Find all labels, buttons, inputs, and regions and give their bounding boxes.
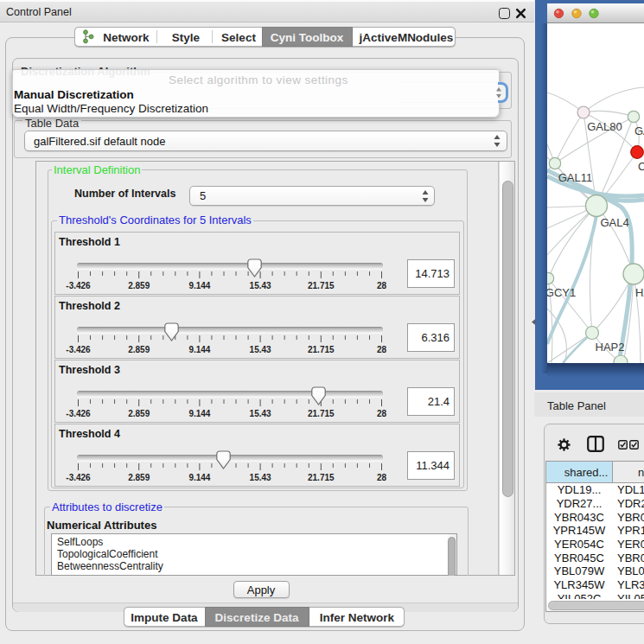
svg-text:GAL2: GAL2 xyxy=(634,124,644,137)
svg-text:28: 28 xyxy=(377,473,387,482)
svg-text:GAL4: GAL4 xyxy=(600,216,628,229)
svg-text:GAL80: GAL80 xyxy=(587,120,622,133)
svg-text:15.43: 15.43 xyxy=(250,473,271,482)
svg-text:15.43: 15.43 xyxy=(250,409,271,418)
svg-text:HAP1: HAP1 xyxy=(635,286,644,299)
svg-text:9.144: 9.144 xyxy=(188,409,210,418)
svg-text:HAP2: HAP2 xyxy=(596,341,625,354)
svg-text:CD: CD xyxy=(638,160,644,173)
svg-text:2.859: 2.859 xyxy=(128,281,150,290)
svg-text:2.859: 2.859 xyxy=(128,345,150,354)
svg-text:28: 28 xyxy=(377,345,387,354)
svg-text:-3.426: -3.426 xyxy=(66,473,91,482)
svg-text:15.43: 15.43 xyxy=(250,345,271,354)
svg-text:28: 28 xyxy=(377,409,387,418)
svg-text:-3.426: -3.426 xyxy=(66,281,91,290)
svg-text:21.715: 21.715 xyxy=(308,281,335,290)
svg-text:21.715: 21.715 xyxy=(308,409,335,418)
svg-text:GAL11: GAL11 xyxy=(558,171,593,184)
svg-text:9.144: 9.144 xyxy=(188,281,210,290)
svg-text:2.859: 2.859 xyxy=(128,473,150,482)
svg-text:2.859: 2.859 xyxy=(128,409,150,418)
svg-text:15.43: 15.43 xyxy=(250,281,271,290)
svg-text:28: 28 xyxy=(377,281,387,290)
svg-text:21.715: 21.715 xyxy=(308,345,335,354)
svg-text:9.144: 9.144 xyxy=(188,345,210,354)
svg-text:GCY1: GCY1 xyxy=(547,286,576,299)
svg-text:-3.426: -3.426 xyxy=(66,409,91,418)
svg-text:9.144: 9.144 xyxy=(188,473,210,482)
svg-text:-3.426: -3.426 xyxy=(66,345,91,354)
svg-text:21.715: 21.715 xyxy=(308,473,335,482)
